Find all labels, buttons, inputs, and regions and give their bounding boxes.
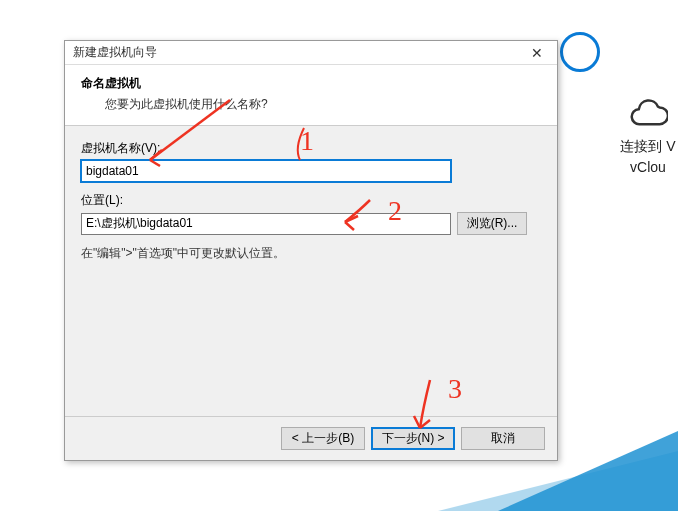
cloud-icon: [628, 90, 668, 130]
next-button[interactable]: 下一步(N) >: [371, 427, 455, 450]
back-button[interactable]: < 上一步(B): [281, 427, 365, 450]
cancel-button[interactable]: 取消: [461, 427, 545, 450]
workstation-circle-deco: [560, 32, 600, 72]
vm-name-input[interactable]: [81, 160, 451, 182]
vcloud-side-tile: 连接到 V vClou: [618, 90, 678, 178]
location-input[interactable]: [81, 213, 451, 235]
header-title: 命名虚拟机: [81, 75, 541, 92]
dialog-footer: < 上一步(B) 下一步(N) > 取消: [65, 416, 557, 460]
default-location-note: 在"编辑">"首选项"中可更改默认位置。: [81, 245, 541, 262]
new-vm-wizard-dialog: 新建虚拟机向导 ✕ 命名虚拟机 您要为此虚拟机使用什么名称? 虚拟机名称(V):…: [64, 40, 558, 461]
location-label: 位置(L):: [81, 192, 541, 209]
close-button[interactable]: ✕: [517, 41, 557, 65]
header-subtitle: 您要为此虚拟机使用什么名称?: [105, 96, 541, 113]
browse-button[interactable]: 浏览(R)...: [457, 212, 527, 235]
dialog-header: 命名虚拟机 您要为此虚拟机使用什么名称?: [65, 65, 557, 126]
vm-name-label: 虚拟机名称(V):: [81, 140, 541, 157]
dialog-titlebar: 新建虚拟机向导 ✕: [65, 41, 557, 65]
dialog-title: 新建虚拟机向导: [73, 44, 517, 61]
dialog-body: 虚拟机名称(V): 位置(L): 浏览(R)... 在"编辑">"首选项"中可更…: [65, 126, 557, 416]
close-icon: ✕: [531, 45, 543, 61]
